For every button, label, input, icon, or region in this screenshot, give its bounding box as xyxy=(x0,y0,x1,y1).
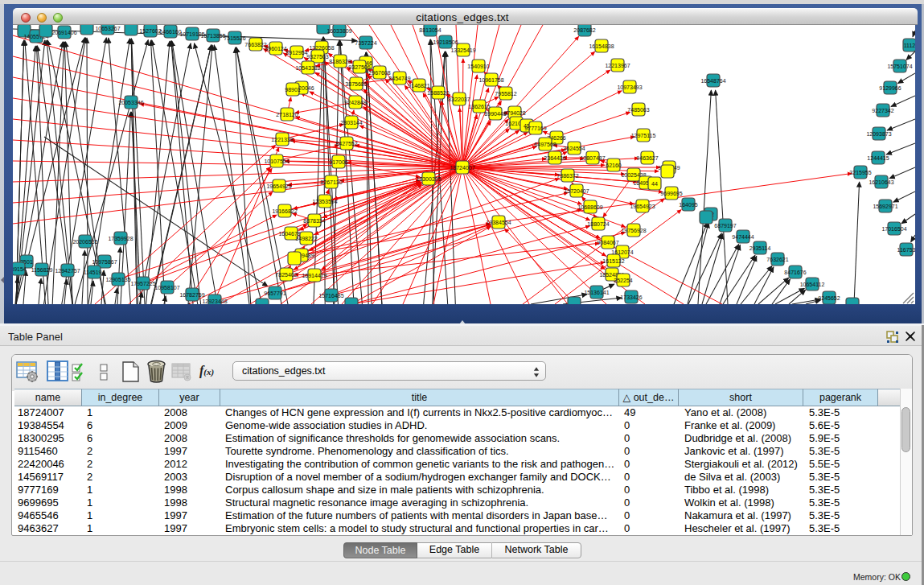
svg-text:8186328: 8186328 xyxy=(329,59,351,64)
svg-text:9084067: 9084067 xyxy=(597,240,618,245)
svg-text:19756928: 19756928 xyxy=(621,228,646,233)
svg-text:7663822: 7663822 xyxy=(244,42,266,47)
svg-text:19654925: 19654925 xyxy=(266,183,291,189)
svg-text:8912954: 8912954 xyxy=(285,50,307,56)
svg-text:39154: 39154 xyxy=(13,266,27,272)
svg-text:3875685: 3875685 xyxy=(345,81,367,87)
svg-text:16548764: 16548764 xyxy=(700,78,725,84)
svg-text:8471676: 8471676 xyxy=(784,270,806,275)
svg-text:15720407: 15720407 xyxy=(564,188,589,194)
svg-text:12093873: 12093873 xyxy=(866,131,891,137)
svg-text:116753: 116753 xyxy=(897,247,915,253)
svg-text:1527602: 1527602 xyxy=(139,28,161,34)
svg-text:12905135: 12905135 xyxy=(105,277,130,282)
svg-text:10973493: 10973493 xyxy=(617,84,642,90)
svg-text:8960124: 8960124 xyxy=(265,46,286,51)
svg-text:1156829: 1156829 xyxy=(31,267,53,273)
svg-text:3215955: 3215955 xyxy=(849,170,871,175)
svg-text:7357224: 7357224 xyxy=(355,40,376,46)
svg-text:1733426: 1733426 xyxy=(620,295,642,300)
svg-text:10543382: 10543382 xyxy=(295,65,320,71)
svg-text:6794028: 6794028 xyxy=(503,110,525,116)
svg-text:15692971: 15692971 xyxy=(873,204,897,209)
svg-text:12213967: 12213967 xyxy=(605,63,630,68)
svg-text:15716485: 15716485 xyxy=(318,293,343,299)
svg-text:1145194: 1145194 xyxy=(84,270,105,275)
svg-text:18724007: 18724007 xyxy=(450,165,474,171)
svg-text:12975115: 12975115 xyxy=(631,133,656,138)
svg-text:8427552: 8427552 xyxy=(335,141,357,146)
svg-text:13325419: 13325419 xyxy=(450,47,475,53)
svg-text:2967608: 2967608 xyxy=(368,70,390,76)
svg-text:7386372: 7386372 xyxy=(556,173,578,179)
svg-text:17957225: 17957225 xyxy=(130,281,155,286)
svg-text:17359928: 17359928 xyxy=(108,236,133,241)
svg-text:1880724: 1880724 xyxy=(587,221,609,227)
svg-text:9699695: 9699695 xyxy=(660,191,682,196)
svg-text:10688609: 10688609 xyxy=(577,204,602,210)
svg-text:7632621: 7632621 xyxy=(766,257,788,262)
svg-text:2087682: 2087682 xyxy=(573,27,595,33)
svg-text:10653267: 10653267 xyxy=(95,26,120,31)
svg-text:9657791: 9657791 xyxy=(264,290,285,296)
svg-text:17016504: 17016504 xyxy=(881,226,906,232)
svg-text:20691406: 20691406 xyxy=(51,30,76,35)
svg-text:1588520: 1588520 xyxy=(427,90,449,96)
svg-text:9227342: 9227342 xyxy=(872,108,893,113)
svg-text:6497568: 6497568 xyxy=(534,142,556,147)
svg-text:10107554: 10107554 xyxy=(264,159,289,164)
svg-text:16154838: 16154838 xyxy=(589,43,614,49)
svg-text:16782759: 16782759 xyxy=(179,292,204,298)
svg-text:19654923: 19654923 xyxy=(630,204,655,209)
svg-text:9327506: 9327506 xyxy=(348,64,370,70)
svg-text:62160: 62160 xyxy=(606,163,622,168)
svg-text:15136141: 15136141 xyxy=(584,290,609,295)
svg-text:8813054: 8813054 xyxy=(419,27,441,33)
svg-text:10807487: 10807487 xyxy=(580,155,605,161)
svg-text:6879197: 6879197 xyxy=(714,223,736,229)
svg-text:9242848: 9242848 xyxy=(344,100,366,105)
svg-text:12942757: 12942757 xyxy=(55,268,80,274)
svg-text:7515526: 7515526 xyxy=(224,35,245,41)
svg-text:2364436: 2364436 xyxy=(544,155,565,161)
svg-text:7955812: 7955812 xyxy=(495,91,516,97)
svg-text:8454749: 8454749 xyxy=(388,76,410,81)
svg-text:252254: 252254 xyxy=(614,278,632,283)
svg-text:98901: 98901 xyxy=(285,87,301,93)
svg-text:44: 44 xyxy=(651,181,658,187)
svg-text:2803144: 2803144 xyxy=(340,120,362,126)
svg-text:8878334: 8878334 xyxy=(303,218,325,224)
svg-text:19166822: 19166822 xyxy=(272,208,297,214)
svg-text:19384554: 19384554 xyxy=(486,220,511,225)
svg-text:6466160: 6466160 xyxy=(159,29,181,35)
svg-text:8322037: 8322037 xyxy=(448,97,470,102)
svg-text:9146821: 9146821 xyxy=(408,83,429,89)
svg-text:10961758: 10961758 xyxy=(478,77,503,83)
svg-text:9474444: 9474444 xyxy=(732,234,754,240)
svg-text:2718120: 2718120 xyxy=(276,112,298,117)
svg-text:1244415: 1244415 xyxy=(867,155,889,161)
svg-text:10958107: 10958107 xyxy=(154,285,179,290)
svg-text:3498222: 3498222 xyxy=(295,236,317,241)
svg-text:9129966: 9129966 xyxy=(879,85,901,91)
svg-text:19218506: 19218506 xyxy=(433,39,458,45)
svg-text:917006: 917006 xyxy=(329,159,347,165)
svg-text:16033809: 16033809 xyxy=(326,28,351,34)
svg-text:1112: 1112 xyxy=(904,43,915,48)
svg-text:9327503: 9327503 xyxy=(306,54,328,60)
svg-text:1221338: 1221338 xyxy=(271,137,293,142)
svg-text:1540910: 1540910 xyxy=(467,64,489,69)
svg-text:16914479: 16914479 xyxy=(302,273,326,278)
svg-text:18300295: 18300295 xyxy=(416,176,441,182)
svg-text:20053346: 20053346 xyxy=(118,100,143,105)
svg-text:12923448: 12923448 xyxy=(202,299,227,304)
svg-text:20206535: 20206535 xyxy=(72,239,97,245)
svg-text:7485063: 7485063 xyxy=(627,107,649,113)
svg-text:12353594: 12353594 xyxy=(312,199,337,204)
svg-text:9463627: 9463627 xyxy=(636,155,658,161)
svg-text:16210643: 16210643 xyxy=(869,179,893,185)
svg-text:8267130: 8267130 xyxy=(320,179,342,185)
svg-text:9777169: 9777169 xyxy=(524,126,546,131)
svg-text:7825402: 7825402 xyxy=(275,272,297,278)
svg-text:3624554: 3624554 xyxy=(563,146,585,151)
